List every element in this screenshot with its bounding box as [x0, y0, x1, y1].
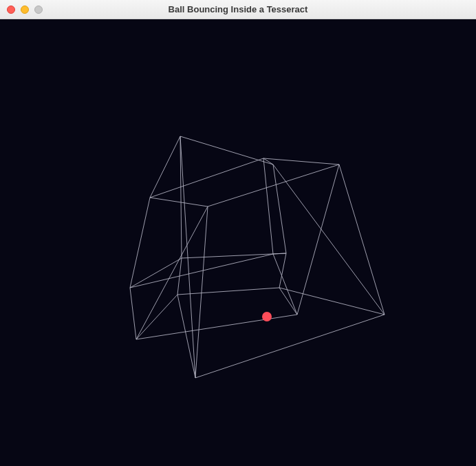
- maximize-icon[interactable]: [34, 6, 43, 14]
- bouncing-ball: [262, 312, 272, 321]
- tesseract-edge: [150, 198, 208, 206]
- tesseract-edge: [279, 253, 286, 288]
- tesseract-edge: [130, 198, 150, 288]
- tesseract-edge: [273, 165, 385, 315]
- tesseract-edge: [297, 165, 339, 315]
- tesseract-edge: [182, 253, 286, 258]
- tesseract-edge: [273, 165, 286, 253]
- tesseract-edge: [130, 254, 273, 288]
- tesseract-edge: [273, 254, 297, 315]
- tesseract-edge: [263, 158, 273, 254]
- minimize-icon[interactable]: [21, 6, 29, 14]
- titlebar[interactable]: Ball Bouncing Inside a Tesseract: [0, 0, 476, 19]
- tesseract-edge: [339, 165, 385, 315]
- tesseract-edge: [279, 288, 385, 315]
- tesseract-edge: [136, 206, 208, 339]
- tesseract-edge: [177, 288, 279, 295]
- tesseract-render: [0, 19, 476, 466]
- close-icon[interactable]: [7, 6, 15, 14]
- canvas-area: [0, 19, 476, 466]
- tesseract-edge: [195, 206, 208, 378]
- tesseract-edge: [180, 136, 273, 165]
- tesseract-edge: [195, 315, 385, 378]
- tesseract-edge: [130, 288, 136, 339]
- tesseract-edges: [130, 136, 385, 378]
- tesseract-edge: [136, 315, 297, 339]
- app-window: Ball Bouncing Inside a Tesseract: [0, 0, 476, 466]
- window-title: Ball Bouncing Inside a Tesseract: [0, 4, 476, 14]
- tesseract-edge: [273, 253, 286, 254]
- tesseract-edge: [150, 158, 263, 198]
- traffic-lights: [0, 6, 43, 14]
- tesseract-edge: [263, 158, 339, 165]
- tesseract-edge: [130, 258, 182, 288]
